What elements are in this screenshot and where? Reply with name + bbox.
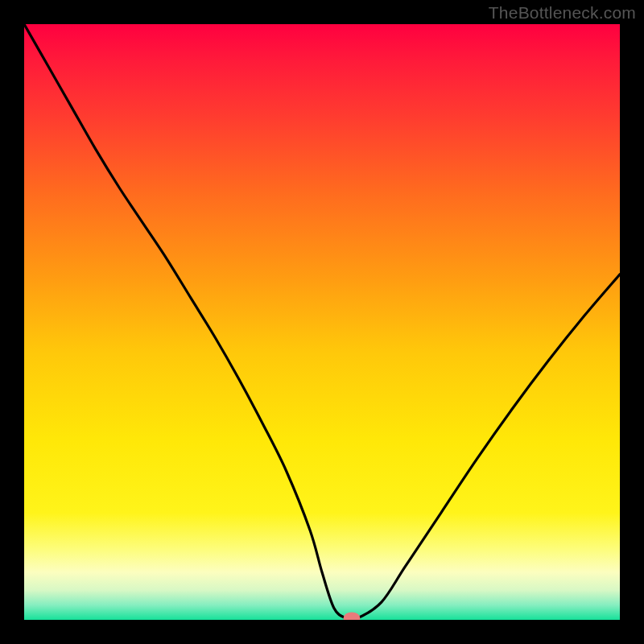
chart-frame: TheBottleneck.com (0, 0, 644, 644)
bottleneck-chart (24, 24, 620, 620)
gradient-background (24, 24, 620, 620)
watermark-text: TheBottleneck.com (489, 3, 636, 23)
plot-area (24, 24, 620, 620)
